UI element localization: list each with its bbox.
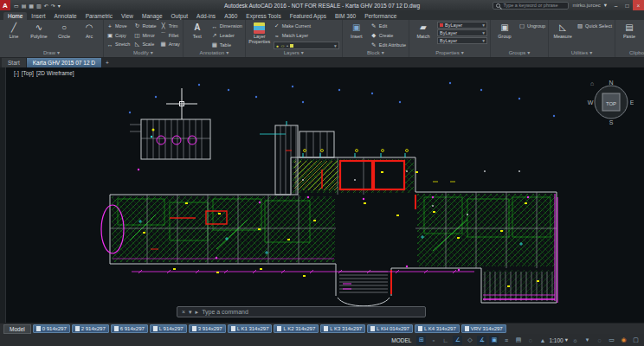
layout-tab-2[interactable]: 2 914x297 [72, 324, 109, 333]
panel-label-modify[interactable]: Modify▾ [104, 49, 183, 57]
command-customize-icon[interactable]: ▾ [189, 309, 192, 316]
viewport-visual-style-control[interactable]: [2D Wireframe] [36, 70, 74, 76]
annotation-scale-control[interactable]: ▲ 1:100 ▾ [538, 336, 568, 345]
layer-lock-icon[interactable]: ▪ [287, 43, 288, 48]
object-snap-icon[interactable]: ▣ [489, 336, 499, 345]
match-properties-button[interactable]: ▰ Match [412, 22, 435, 49]
selection-cycling-icon[interactable]: ◌ [525, 336, 535, 345]
search-input[interactable]: Type a keyword or phrase [493, 2, 569, 10]
viewport-view-control[interactable]: [Top] [22, 70, 34, 76]
make-current-button[interactable]: ✓Make Current [274, 22, 339, 30]
object-snap-tracking-icon[interactable]: ∡ [477, 336, 486, 345]
layer-dropdown-icon[interactable]: ▾ [334, 43, 337, 48]
viewcube-home-icon[interactable]: ⌂ [590, 80, 594, 86]
layout-tab-1[interactable]: 0 914x297 [33, 324, 70, 333]
plot-icon[interactable]: ▥ [36, 3, 42, 9]
ribbon-tab-insert[interactable]: Insert [27, 12, 49, 20]
leader-button[interactable]: ↗Leader [211, 31, 242, 40]
viewcube-east[interactable]: E [630, 99, 634, 106]
model-space-toggle[interactable]: MODEL [391, 337, 411, 343]
annotation-monitor-icon[interactable]: ◌ [595, 336, 604, 345]
file-tab-start[interactable]: Start [2, 58, 27, 67]
panel-label-groups[interactable]: Groups▾ [491, 49, 548, 57]
arc-button[interactable]: ◠ Arc [78, 22, 100, 49]
viewcube-north[interactable]: N [609, 80, 613, 86]
ribbon-tab-manage[interactable]: Manage [138, 12, 167, 20]
viewport-menu-control[interactable]: [-] [14, 70, 19, 76]
quick-select-button[interactable]: ▨Quick Select [576, 22, 612, 30]
drawing-canvas[interactable]: [-] [Top] [2D Wireframe] [0, 67, 644, 323]
layout-tab-10[interactable]: L K4 314x297 [415, 324, 460, 333]
edit-attribute-button[interactable]: ✎Edit Attribute [370, 41, 406, 49]
isolate-objects-icon[interactable]: ◉ [619, 336, 628, 345]
move-button[interactable]: +Move [106, 22, 130, 30]
new-drawing-tab-button[interactable]: + [102, 58, 113, 67]
ribbon-tab-home[interactable]: Home [3, 12, 27, 20]
ribbon-tab-performance[interactable]: Performance [360, 12, 401, 20]
transparency-toggle-icon[interactable]: ▤ [513, 336, 523, 345]
layer-freeze-icon[interactable]: ☼ [280, 43, 286, 48]
quick-properties-icon[interactable]: ▭ [607, 336, 616, 345]
panel-label-annotation[interactable]: Annotation▾ [184, 49, 245, 57]
layout-tab-9[interactable]: L KH 014x297 [367, 324, 413, 333]
trim-button[interactable]: ╳Trim [160, 22, 180, 30]
layout-tab-8[interactable]: L K3 314x297 [320, 324, 365, 333]
isodraft-icon[interactable]: ◇ [465, 336, 474, 345]
linetype-dropdown[interactable]: ByLayer ▾ [437, 37, 487, 44]
block-edit-button[interactable]: ✎Edit [370, 22, 406, 30]
text-button[interactable]: A Text [186, 22, 209, 49]
polyline-button[interactable]: ∿ Polyline [28, 22, 50, 49]
table-button[interactable]: ▦Table [211, 41, 242, 49]
stretch-button[interactable]: ↔Stretch [106, 40, 130, 48]
mirror-button[interactable]: ◫Mirror [133, 31, 156, 40]
paste-button[interactable]: ▤ Paste [618, 22, 641, 49]
dimension-button[interactable]: ↔Dimension [211, 22, 242, 30]
layer-dropdown[interactable]: ● ☼ ▪ ▾ [274, 42, 339, 49]
model-tab[interactable]: Model [3, 324, 31, 334]
command-prompt-text[interactable]: Type a command [202, 309, 248, 315]
layout-tab-6[interactable]: L K1 314x297 [228, 324, 273, 333]
array-button[interactable]: ▦Array [160, 40, 180, 48]
panel-label-layers[interactable]: Layers▾ [246, 49, 342, 57]
match-layer-button[interactable]: ≈Match Layer [274, 31, 339, 40]
layout-tab-4[interactable]: L 914x297 [150, 324, 187, 333]
lineweight-dropdown[interactable]: ByLayer ▾ [437, 29, 487, 36]
command-line[interactable]: × ▾ ▸ Type a command [177, 306, 426, 317]
qat-dropdown-icon[interactable]: ▾ [58, 3, 61, 9]
account-dropdown-icon[interactable]: ▾ [604, 2, 607, 9]
layout-tab-5[interactable]: 3 914x297 [189, 324, 226, 333]
ribbon-tab-view[interactable]: View [117, 12, 138, 20]
ribbon-tab-express-tools[interactable]: Express Tools [242, 12, 285, 20]
ribbon-tab-featured-apps[interactable]: Featured Apps [286, 12, 331, 20]
viewcube-west[interactable]: W [588, 99, 594, 106]
ortho-toggle-icon[interactable]: ∟ [441, 336, 450, 345]
grid-toggle-icon[interactable]: ⊞ [416, 336, 426, 345]
rotate-button[interactable]: ↻Rotate [133, 22, 156, 30]
fillet-button[interactable]: ⌒Fillet [160, 31, 180, 40]
minimize-button[interactable]: – [610, 0, 621, 10]
account-name[interactable]: mirko.jurcec [572, 3, 600, 8]
open-icon[interactable]: ▤ [22, 3, 27, 9]
clean-screen-icon[interactable]: ▢ [631, 336, 641, 345]
ribbon-tab-a360[interactable]: A360 [220, 12, 242, 20]
viewcube-south[interactable]: S [609, 119, 614, 125]
panel-label-clipboard[interactable]: Clipboard [615, 49, 644, 57]
group-button[interactable]: ▣ Group [493, 22, 516, 49]
workspace-switching-icon[interactable]: ☼ [570, 336, 580, 345]
floor-plan-drawing[interactable] [0, 67, 644, 323]
panel-label-draw[interactable]: Draw▾ [0, 49, 103, 57]
polar-tracking-icon[interactable]: ∠ [453, 336, 462, 345]
new-icon[interactable]: ▭ [14, 3, 19, 9]
maximize-button[interactable]: □ [621, 0, 633, 10]
block-create-button[interactable]: ◆Create [370, 31, 406, 40]
insert-button[interactable]: ▣ Insert [345, 22, 368, 49]
layer-properties-button[interactable]: Layer Properties [248, 22, 271, 49]
command-close-icon[interactable]: × [182, 309, 185, 315]
ribbon-tab-bim360[interactable]: BIM 360 [331, 12, 360, 20]
ungroup-button[interactable]: ▢Ungroup [518, 22, 545, 30]
panel-label-properties[interactable]: Properties▾ [409, 49, 490, 57]
ribbon-tab-addins[interactable]: Add-ins [192, 12, 220, 20]
layout-tab-7[interactable]: L K2 314x297 [274, 324, 319, 333]
file-tab-drawing[interactable]: Karta GHV 2015 07 12 D [27, 58, 102, 67]
save-icon[interactable]: ▦ [29, 3, 34, 9]
